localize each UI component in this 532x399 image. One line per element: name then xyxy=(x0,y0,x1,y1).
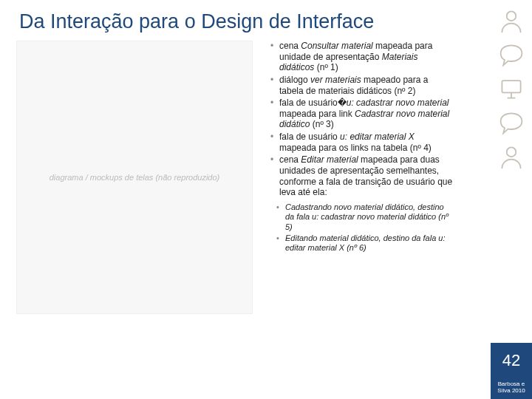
sub-bullet-list: Cadastrando novo material didático, dest… xyxy=(263,202,454,253)
page-number: 42 xyxy=(491,343,532,378)
speech-icon xyxy=(497,40,526,69)
bullet-item: fala de usuário�u: cadastrar novo materi… xyxy=(270,98,454,130)
bullet-item: diálogo ver materiais mapeado para a tab… xyxy=(270,75,454,96)
figure-placeholder: diagrama / mockups de telas (não reprodu… xyxy=(16,41,253,314)
monitor-icon xyxy=(497,74,526,103)
content-row: diagrama / mockups de telas (não reprodu… xyxy=(0,38,532,314)
svg-point-0 xyxy=(507,11,516,21)
right-rail: 42 Barbosa e Silva 2010 xyxy=(491,0,532,399)
svg-point-2 xyxy=(507,147,516,157)
bullet-item: fala de usuário u: editar material X map… xyxy=(270,132,454,153)
sub-bullet-item: Cadastrando novo material didático, dest… xyxy=(276,202,454,232)
bullet-list: cena Consultar material mapeada para uni… xyxy=(263,41,454,198)
bullet-item: cena Editar material mapeada para duas u… xyxy=(270,154,454,198)
svg-rect-1 xyxy=(502,81,520,92)
text-column: cena Consultar material mapeada para uni… xyxy=(253,41,460,314)
icon-stack xyxy=(491,0,532,343)
person-icon xyxy=(497,6,526,35)
page-title: Da Interação para o Design de Interface xyxy=(0,0,532,38)
figure-column: diagrama / mockups de telas (não reprodu… xyxy=(16,41,253,314)
bullet-item: cena Consultar material mapeada para uni… xyxy=(270,41,454,73)
sub-bullet-item: Editando material didático, destino da f… xyxy=(276,233,454,253)
person-icon xyxy=(497,142,526,171)
citation: Barbosa e Silva 2010 xyxy=(491,378,532,399)
speech-icon xyxy=(497,108,526,137)
